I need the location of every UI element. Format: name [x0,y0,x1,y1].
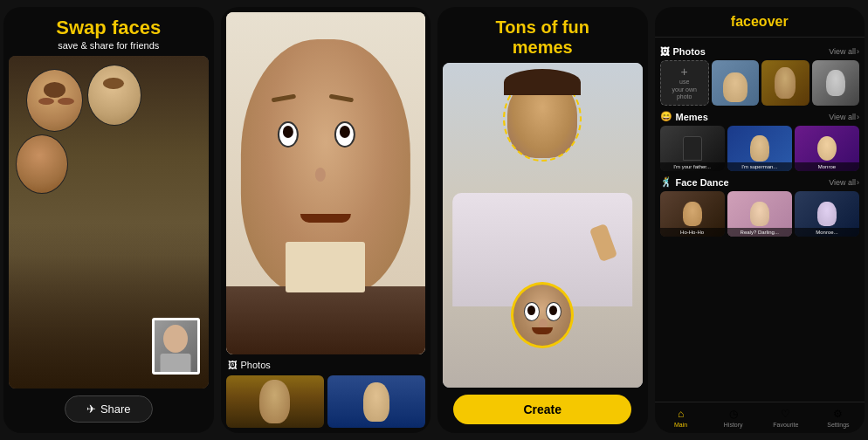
dance-thumb-2[interactable]: Realy? Darling... [727,191,792,237]
phone-screen-1: Swap faces save & share for friends [3,7,214,433]
nav-settings-label: Settings [827,422,849,428]
phone-screen-2: 🖼 Photos [221,7,431,433]
screen1-header: Swap faces save & share for friends [3,7,214,56]
screen1-photo-area [9,56,209,388]
dance-thumb-3[interactable]: Monroe... [795,191,859,237]
home-icon: ⌂ [678,408,684,420]
app-container: Swap faces save & share for friends [0,0,868,440]
photos-grid [226,375,426,428]
monroe-label: Monroe [795,162,859,171]
nav-main[interactable]: ⌂ Main [655,408,707,428]
photos-section-label: 🖼 Photos [226,360,426,370]
nav-history-label: History [724,422,743,428]
photos-thumb-row: + use your own photo [660,60,860,106]
settings-icon: ⚙ [833,408,843,420]
nav-main-label: Main [674,422,687,428]
meme-thumb-vader[interactable]: I'm your father... [660,126,725,171]
photos-emoji: 🖼 [660,46,670,57]
superman-label: I'm superman... [727,162,792,171]
photos-section-row: 🖼 Photos View all › [660,46,860,57]
history-icon: ◷ [729,408,738,420]
dance2-label: Realy? Darling... [727,228,792,237]
screen4-header: faceover [655,7,865,38]
face-dance-thumb-row: Ho-Ho-Ho Realy? Darling... Monroe... [660,191,860,237]
screen3-photo-area [443,63,643,388]
photos-view-all[interactable]: View all › [829,47,859,56]
photo-thumb-mona-lisa-2[interactable] [761,60,809,106]
nav-history[interactable]: ◷ History [707,408,760,428]
meme-thumb-superman[interactable]: I'm superman... [727,126,792,171]
memes-emoji: 😄 [660,111,672,122]
vader-label: I'm your father... [660,162,725,171]
face-dance-view-all[interactable]: View all › [829,178,859,187]
face-dance-section-row: 🕺 Face Dance View all › [660,176,860,188]
share-button[interactable]: ✈ Share [65,395,153,423]
photos-icon: 🖼 [228,360,238,370]
bottom-navigation: ⌂ Main ◷ History ♡ Favourite ⚙ Settings [655,402,865,433]
create-button[interactable]: Create [453,395,631,424]
memes-thumb-row: I'm your father... I'm superman... Monro… [660,126,860,171]
face-dance-emoji: 🕺 [660,176,672,188]
memes-view-all[interactable]: View all › [829,113,859,121]
create-label: Create [523,402,561,416]
screen1-title: Swap faces [12,17,205,38]
photo-thumb-portrait[interactable] [712,60,759,106]
screen4-content: 🖼 Photos View all › + use your own photo [655,38,865,402]
photo-thumb-bw[interactable] [812,60,859,106]
photo-thumb-superman[interactable] [327,375,425,428]
photo-thumb-mona-lisa[interactable] [226,375,324,428]
screen2-bottom: 🖼 Photos [221,354,431,433]
nav-favourite-label: Favourite [773,422,798,428]
memes-section-row: 😄 Memes View all › [660,111,860,122]
phone-screen-4: faceover 🖼 Photos View all › + use your … [655,7,865,433]
add-photo-text: use your own photo [672,79,696,100]
dance-thumb-1[interactable]: Ho-Ho-Ho [660,191,725,237]
screen3-header: Tons of fun memes [437,7,648,63]
photos-section-label: 🖼 Photos [660,46,706,57]
screen4-title: faceover [662,14,858,30]
share-label: Share [100,402,131,416]
face-dance-section-label: 🕺 Face Dance [660,176,729,188]
nav-favourite[interactable]: ♡ Favourite [760,408,812,428]
screen3-title: Tons of fun memes [446,17,639,58]
face-swap-background [9,56,209,388]
nav-settings[interactable]: ⚙ Settings [812,408,865,428]
heart-icon: ♡ [781,408,790,420]
share-icon: ✈ [86,402,96,416]
dance3-label: Monroe... [795,228,859,237]
screen2-photo-area [226,12,426,354]
phone-screen-3: Tons of fun memes [437,7,648,433]
screen1-subtitle: save & share for friends [12,40,205,51]
add-photo-thumb[interactable]: + use your own photo [660,60,709,106]
memes-section-label: 😄 Memes [660,111,708,122]
dance1-label: Ho-Ho-Ho [660,228,725,237]
meme-thumb-monroe[interactable]: Monroe [795,126,859,171]
plus-icon: + [681,65,688,79]
